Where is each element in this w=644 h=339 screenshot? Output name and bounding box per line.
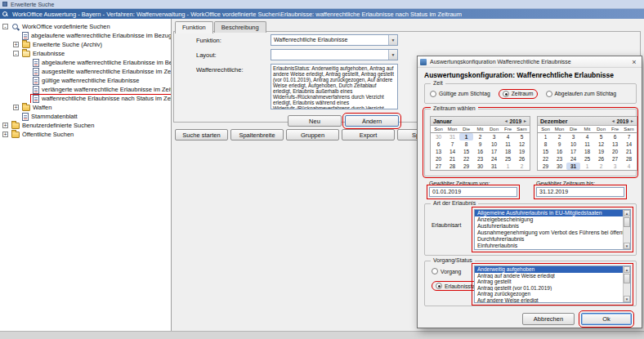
- calendar-day[interactable]: 6: [432, 141, 445, 148]
- list-item[interactable]: Einfuhrerlaubnis: [475, 243, 623, 249]
- calendar-day[interactable]: 27: [432, 163, 445, 170]
- calendar-day[interactable]: 16: [473, 148, 487, 155]
- layout-select[interactable]: ▼: [271, 49, 398, 60]
- erlaubnisart-listbox[interactable]: Allgemeine Ausfuhrerlaubnis in EU-Mitgli…: [474, 209, 631, 250]
- scroll-thumb[interactable]: [624, 274, 630, 283]
- next-year-icon[interactable]: ►: [523, 118, 527, 123]
- calendar-day[interactable]: 1: [501, 163, 515, 170]
- tree-item[interactable]: -Erlaubnisse: [0, 49, 171, 58]
- scroll-up-icon[interactable]: ▲: [624, 210, 630, 216]
- close-icon[interactable]: ×: [629, 57, 639, 67]
- calendar-day[interactable]: 19: [515, 148, 529, 155]
- gruppen-button[interactable]: Gruppen: [286, 129, 339, 141]
- tab-beschreibung[interactable]: Beschreibung: [214, 21, 266, 33]
- radio-option[interactable]: Zeitraum: [499, 89, 538, 99]
- calendar-day[interactable]: 6: [608, 133, 622, 141]
- calendar-day[interactable]: 12: [515, 141, 529, 148]
- calendar-day[interactable]: 30: [473, 163, 487, 170]
- calendar-day[interactable]: 21: [622, 148, 636, 155]
- expand-icon[interactable]: +: [13, 42, 19, 47]
- calendar-day[interactable]: 11: [501, 141, 515, 148]
- list-item[interactable]: Durchfuhrerlaubnis: [475, 236, 623, 243]
- scroll-thumb[interactable]: [624, 217, 630, 227]
- calendar-day[interactable]: 7: [445, 141, 459, 148]
- suche-starten-button[interactable]: Suche starten: [175, 129, 228, 141]
- calendar-day[interactable]: 3: [566, 133, 580, 141]
- calendar-day[interactable]: 27: [608, 155, 622, 163]
- calendar-day[interactable]: 2: [515, 163, 529, 170]
- tree-item[interactable]: abgelaufene waffenrechtliche Erlaubnisse…: [0, 58, 171, 67]
- calendar-day[interactable]: 19: [594, 148, 608, 155]
- dropdown-icon[interactable]: ▼: [388, 35, 397, 45]
- collapse-icon[interactable]: -: [2, 24, 8, 29]
- tree-item[interactable]: Stammdatenblatt: [0, 112, 171, 121]
- zeitraum-von-input[interactable]: 01.01.2019: [429, 187, 517, 197]
- list-item[interactable]: Ausnahmegenehmigung vom Verbot des Führe…: [475, 230, 623, 236]
- next-year-icon[interactable]: ►: [630, 118, 634, 123]
- calendar-day[interactable]: 2: [594, 163, 608, 170]
- calendar-day[interactable]: 2: [473, 133, 487, 141]
- calendar-day[interactable]: 31: [487, 163, 501, 170]
- calendar-day[interactable]: 25: [580, 155, 594, 163]
- calendar-day[interactable]: 30: [432, 133, 445, 141]
- calendar-day[interactable]: 31: [445, 133, 459, 141]
- collapse-icon[interactable]: -: [13, 51, 19, 56]
- calendar-day[interactable]: 17: [566, 148, 580, 155]
- list-item[interactable]: Antrag auf andere Weise erledigt: [475, 273, 623, 279]
- calendar-day[interactable]: 12: [594, 141, 608, 148]
- status-listbox[interactable]: Anderweitig aufgehobenAntrag auf andere …: [474, 265, 631, 303]
- tree-item[interactable]: waffenrechtliche Erlaubnisse nach Status…: [0, 94, 171, 103]
- export-button[interactable]: Export: [342, 129, 395, 141]
- calendar-day[interactable]: 28: [445, 163, 459, 170]
- list-item[interactable]: Ausfuhrerlaubnis: [475, 223, 623, 230]
- list-item[interactable]: Auf andere Weise erledigt: [475, 297, 623, 303]
- radio-option[interactable]: Gültige zum Stichtag: [430, 91, 490, 97]
- calendar-day[interactable]: 22: [539, 155, 552, 163]
- calendar-day[interactable]: 26: [594, 155, 608, 163]
- radio-option[interactable]: Abgelaufen zum Stichtag: [546, 91, 617, 97]
- calendar-day[interactable]: 4: [580, 133, 594, 141]
- calendar-day[interactable]: 29: [459, 163, 473, 170]
- neu-button[interactable]: Neu: [288, 115, 342, 127]
- list-item[interactable]: Anderweitig aufgehoben: [475, 266, 623, 273]
- calendar-day[interactable]: 4: [622, 163, 636, 170]
- calendar-day[interactable]: 2: [552, 133, 566, 141]
- dialog-titlebar[interactable]: Auswertungskonfiguration Waffenrechtlich…: [418, 56, 642, 68]
- scroll-down-icon[interactable]: ▼: [624, 296, 630, 302]
- scrollbar[interactable]: ▲ ▼: [623, 266, 630, 302]
- ok-button[interactable]: Ok: [581, 313, 632, 325]
- calendar-day[interactable]: 31: [566, 163, 580, 170]
- calendar-day[interactable]: 9: [473, 141, 487, 148]
- waffenrechtliche-status-textbox[interactable]: ErlaubnisStatus: Anderweitig aufgehoben,…: [271, 64, 398, 109]
- calendar-day[interactable]: 24: [487, 155, 501, 163]
- tree-item[interactable]: ausgestellte waffenrechtliche Erlaubniss…: [0, 67, 171, 76]
- calendar-day[interactable]: 7: [622, 133, 636, 141]
- calendar-day[interactable]: 15: [459, 148, 473, 155]
- calendar-day[interactable]: 13: [432, 148, 445, 155]
- list-item[interactable]: Antrag gestellt (vor 01.01.2019): [475, 285, 623, 292]
- calendar-day[interactable]: 14: [445, 148, 459, 155]
- tree-item[interactable]: verlängerte waffenrechtliche Erlaubnisse…: [0, 85, 171, 94]
- calendar-day[interactable]: 18: [580, 148, 594, 155]
- scroll-up-icon[interactable]: ▲: [624, 266, 630, 273]
- calendar-day[interactable]: 14: [622, 141, 636, 148]
- calendar-day[interactable]: 23: [473, 155, 487, 163]
- tree-item[interactable]: +Benutzerdefinierte Suchen: [0, 121, 171, 130]
- dropdown-icon[interactable]: ▼: [388, 50, 397, 60]
- calendar-day[interactable]: 8: [459, 141, 473, 148]
- spaltenbreite-button[interactable]: Spaltenbreite: [230, 129, 284, 141]
- tree-item[interactable]: gültige waffenrechtliche Erlaubnisse: [0, 76, 171, 85]
- calendar-day[interactable]: 3: [487, 133, 501, 141]
- calendar-day[interactable]: 15: [539, 148, 552, 155]
- calendar-day[interactable]: 20: [608, 148, 622, 155]
- calendar-day[interactable]: 30: [552, 163, 566, 170]
- calendar-day[interactable]: 22: [459, 155, 473, 163]
- calendar-day[interactable]: 17: [487, 148, 501, 155]
- calendar-day[interactable]: 5: [515, 133, 529, 141]
- expand-icon[interactable]: +: [2, 132, 8, 137]
- list-item[interactable]: Anzeigebescheinigung: [475, 216, 623, 223]
- tree-item[interactable]: -WorkOffice vordefinierte Suchen: [0, 22, 171, 31]
- list-item[interactable]: Allgemeine Ausfuhrerlaubnis in EU-Mitgli…: [475, 210, 623, 216]
- calendar-day[interactable]: 26: [515, 155, 529, 163]
- calendar-day[interactable]: 13: [608, 141, 622, 148]
